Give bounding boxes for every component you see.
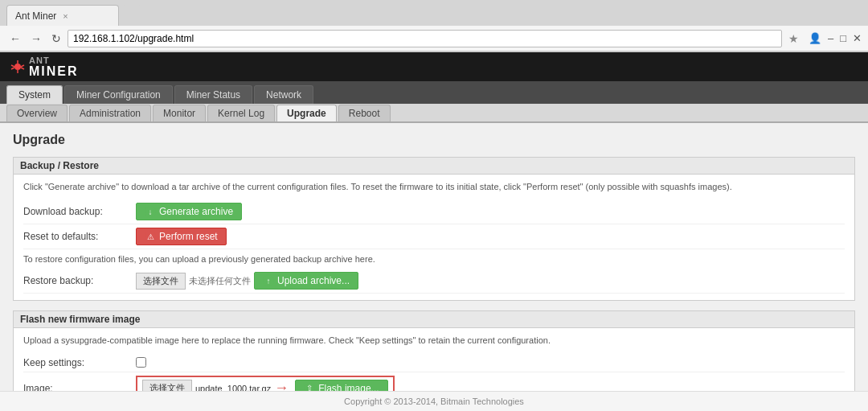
close-icon[interactable]: ✕ — [853, 32, 862, 44]
backup-restore-description: Click "Generate archive" to download a t… — [23, 181, 845, 193]
refresh-button[interactable]: ↻ — [48, 31, 64, 47]
generate-archive-button[interactable]: ↓ Generate archive — [136, 203, 242, 220]
keep-settings-label: Keep settings: — [23, 357, 136, 368]
sub-nav-tab-kernel-log[interactable]: Kernel Log — [207, 105, 275, 121]
download-backup-label: Download backup: — [23, 206, 136, 217]
reset-defaults-label: Reset to defaults: — [23, 231, 136, 242]
keep-settings-checkbox[interactable] — [136, 357, 146, 368]
reset-defaults-row: Reset to defaults: ⚠ Perform reset — [23, 224, 845, 249]
restore-backup-row: Restore backup: 选择文件 未选择任何文件 ↑ Upload ar… — [23, 269, 845, 294]
nav-bar: ← → ↻ ★ 👤 – □ ✕ — [0, 26, 868, 51]
perform-reset-icon: ⚠ — [145, 231, 156, 242]
svg-line-6 — [21, 68, 24, 69]
main-nav: System Miner Configuration Miner Status … — [0, 81, 868, 104]
app-logo: ANT MINER — [10, 56, 79, 78]
logo-miner-text: MINER — [29, 65, 79, 78]
main-nav-tab-miner-config[interactable]: Miner Configuration — [64, 85, 173, 104]
flash-firmware-content: Upload a sysupgrade-compatible image her… — [14, 328, 854, 394]
upload-archive-button[interactable]: ↑ Upload archive... — [254, 272, 358, 290]
sub-nav-tab-monitor[interactable]: Monitor — [153, 105, 206, 121]
sub-nav-tab-upgrade[interactable]: Upgrade — [276, 105, 337, 121]
minimize-icon[interactable]: – — [828, 32, 833, 44]
restore-choose-file-button[interactable]: 选择文件 — [136, 273, 186, 290]
upload-archive-label: Upload archive... — [277, 275, 350, 286]
app-header: ANT MINER — [0, 52, 868, 81]
page-title: Upgrade — [13, 133, 855, 147]
flash-firmware-title: Flash new firmware image — [14, 311, 854, 328]
svg-line-5 — [11, 68, 14, 69]
sub-nav-tab-overview[interactable]: Overview — [6, 105, 68, 121]
content-area: Upgrade Backup / Restore Click "Generate… — [0, 123, 868, 394]
browser-chrome: Ant Miner × ← → ↻ ★ 👤 – □ ✕ — [0, 0, 868, 52]
sub-nav-tab-reboot[interactable]: Reboot — [338, 105, 391, 121]
logo-ant-text: ANT — [29, 56, 79, 65]
logo-text: ANT MINER — [29, 56, 79, 78]
generate-archive-icon: ↓ — [145, 206, 156, 217]
restore-backup-value: 选择文件 未选择任何文件 ↑ Upload archive... — [136, 272, 358, 290]
upload-archive-icon: ↑ — [263, 275, 274, 286]
reset-defaults-value: ⚠ Perform reset — [136, 228, 227, 245]
restore-backup-label: Restore backup: — [23, 275, 136, 286]
perform-reset-button[interactable]: ⚠ Perform reset — [136, 228, 227, 245]
restore-file-name: 未选择任何文件 — [189, 275, 251, 287]
main-nav-tab-miner-status[interactable]: Miner Status — [174, 85, 252, 104]
ant-icon — [10, 59, 26, 75]
bookmark-icon[interactable]: ★ — [785, 31, 802, 47]
tab-title: Ant Miner — [15, 10, 56, 22]
footer-text: Copyright © 2013-2014, Bitmain Technolog… — [344, 397, 524, 406]
perform-reset-label: Perform reset — [159, 231, 218, 242]
svg-point-0 — [14, 64, 21, 70]
keep-settings-row: Keep settings: — [23, 354, 845, 372]
sub-nav-tab-administration[interactable]: Administration — [69, 105, 151, 121]
main-nav-tab-network[interactable]: Network — [254, 85, 313, 104]
browser-tab[interactable]: Ant Miner × — [6, 5, 119, 26]
browser-icons: 👤 – □ ✕ — [809, 32, 862, 44]
main-nav-tab-system[interactable]: System — [6, 85, 63, 104]
sub-nav: Overview Administration Monitor Kernel L… — [0, 104, 868, 123]
new-tab-placeholder[interactable] — [122, 5, 141, 26]
keep-settings-value — [136, 357, 146, 368]
download-backup-value: ↓ Generate archive — [136, 203, 242, 220]
backup-restore-title: Backup / Restore — [14, 158, 854, 175]
maximize-icon[interactable]: □ — [840, 32, 846, 44]
flash-firmware-description: Upload a sysupgrade-compatible image her… — [23, 335, 845, 347]
restore-note: To restore configuration files, you can … — [23, 254, 845, 264]
backup-restore-section: Backup / Restore Click "Generate archive… — [13, 157, 855, 301]
flash-firmware-section: Flash new firmware image Upload a sysupg… — [13, 310, 855, 394]
forward-button[interactable]: → — [27, 31, 45, 47]
tab-bar: Ant Miner × — [0, 0, 868, 26]
backup-restore-content: Click "Generate archive" to download a t… — [14, 175, 854, 300]
generate-archive-label: Generate archive — [159, 206, 233, 217]
user-icon[interactable]: 👤 — [809, 32, 821, 44]
footer: Copyright © 2013-2014, Bitmain Technolog… — [0, 391, 868, 411]
tab-close-button[interactable]: × — [63, 11, 68, 21]
address-bar[interactable] — [68, 30, 782, 47]
svg-line-4 — [21, 65, 24, 67]
svg-line-3 — [11, 65, 14, 67]
download-backup-row: Download backup: ↓ Generate archive — [23, 199, 845, 224]
back-button[interactable]: ← — [6, 31, 24, 47]
